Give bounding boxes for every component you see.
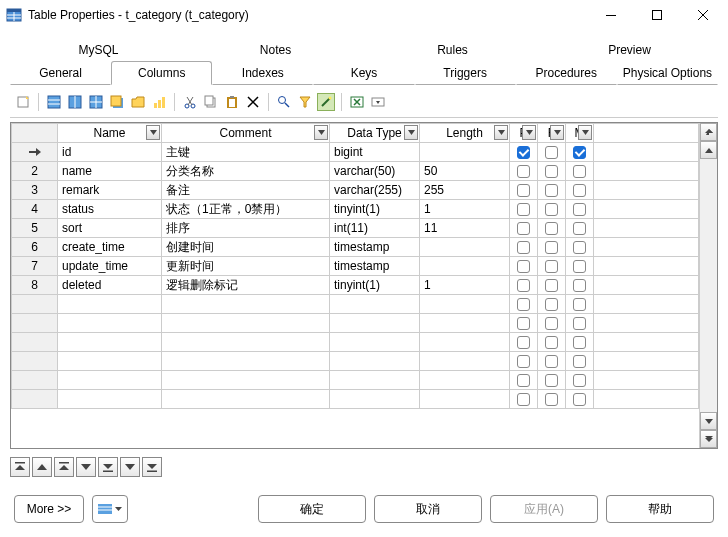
header-comment[interactable]: Comment [162,124,330,143]
grid1-icon[interactable] [45,93,63,111]
grid3-icon[interactable] [87,93,105,111]
tab-indexes[interactable]: Indexes [212,61,313,85]
table-row[interactable] [12,333,699,352]
scroll-up-icon[interactable] [700,141,717,159]
cell-comment[interactable]: 主键 [162,143,330,162]
checkbox[interactable] [545,241,558,254]
checkbox[interactable] [573,279,586,292]
checkbox[interactable] [573,393,586,406]
tab-procedures[interactable]: Procedures [516,61,617,85]
checkbox[interactable] [573,298,586,311]
cell-datatype[interactable]: varchar(255) [330,181,420,200]
cell-length[interactable]: 11 [420,219,510,238]
dropdown-icon[interactable] [494,125,508,140]
ok-button[interactable]: 确定 [258,495,366,523]
table-row[interactable]: 3remark备注varchar(255)255 [12,181,699,200]
table-row[interactable] [12,390,699,409]
checkbox[interactable] [573,203,586,216]
table-row[interactable] [12,314,699,333]
header-datatype[interactable]: Data Type [330,124,420,143]
checkbox[interactable] [573,222,586,235]
cell-comment[interactable]: 排序 [162,219,330,238]
cell-name[interactable]: status [58,200,162,219]
move-bottom2-button[interactable] [142,457,162,477]
table-row[interactable] [12,352,699,371]
copy-icon[interactable] [202,93,220,111]
close-button[interactable] [680,0,726,30]
grid2-icon[interactable] [66,93,84,111]
table-row[interactable]: 2name分类名称varchar(50)50 [12,162,699,181]
tab-general[interactable]: General [10,61,111,85]
cell-datatype[interactable]: tinyint(1) [330,200,420,219]
header-p[interactable]: P [510,124,538,143]
checkbox[interactable] [573,317,586,330]
checkbox[interactable] [545,222,558,235]
cancel-button[interactable]: 取消 [374,495,482,523]
cell-datatype[interactable]: timestamp [330,257,420,276]
tab-mysql[interactable]: MySQL [10,38,187,61]
checkbox[interactable] [573,355,586,368]
scroll-top-icon[interactable] [700,123,717,141]
minimize-button[interactable] [588,0,634,30]
help-button[interactable]: 帮助 [606,495,714,523]
table-row[interactable]: 6create_time创建时间timestamp [12,238,699,257]
table-row[interactable]: id主键bigint [12,143,699,162]
move-up-button[interactable] [32,457,52,477]
scroll-bottom-icon[interactable] [700,430,717,448]
checkbox[interactable] [573,146,586,159]
cell-comment[interactable]: 分类名称 [162,162,330,181]
dropdown-icon[interactable] [550,125,564,140]
table-row[interactable]: 8deleted逻辑删除标记tinyint(1)1 [12,276,699,295]
checkbox[interactable] [573,374,586,387]
cell-name[interactable]: sort [58,219,162,238]
cell-comment[interactable]: 状态（1正常，0禁用） [162,200,330,219]
checkbox[interactable] [517,165,530,178]
checkbox[interactable] [517,336,530,349]
move-top-button[interactable] [10,457,30,477]
cell-name[interactable]: create_time [58,238,162,257]
dropdown-icon[interactable] [369,93,387,111]
detail-button[interactable] [92,495,128,523]
table-row[interactable] [12,295,699,314]
checkbox[interactable] [545,336,558,349]
chart-icon[interactable] [150,93,168,111]
checkbox[interactable] [517,222,530,235]
copy-grid-icon[interactable] [108,93,126,111]
header-m[interactable]: M [566,124,594,143]
cell-datatype[interactable]: timestamp [330,238,420,257]
checkbox[interactable] [517,241,530,254]
checkbox[interactable] [517,374,530,387]
columns-grid[interactable]: NameCommentData TypeLengthPFM id主键bigint… [11,123,699,448]
cell-datatype[interactable]: int(11) [330,219,420,238]
maximize-button[interactable] [634,0,680,30]
dropdown-icon[interactable] [522,125,536,140]
paste-icon[interactable] [223,93,241,111]
header-length[interactable]: Length [420,124,510,143]
cell-length[interactable] [420,143,510,162]
checkbox[interactable] [517,317,530,330]
scroll-down-icon[interactable] [700,412,717,430]
cell-comment[interactable]: 备注 [162,181,330,200]
checkbox[interactable] [545,298,558,311]
table-row[interactable]: 4status状态（1正常，0禁用）tinyint(1)1 [12,200,699,219]
cell-datatype[interactable]: tinyint(1) [330,276,420,295]
wand-icon[interactable] [317,93,335,111]
tab-triggers[interactable]: Triggers [415,61,516,85]
tab-physical-options[interactable]: Physical Options [617,61,718,85]
dropdown-icon[interactable] [314,125,328,140]
dropdown-icon[interactable] [578,125,592,140]
checkbox[interactable] [545,374,558,387]
cell-comment[interactable]: 逻辑删除标记 [162,276,330,295]
tab-keys[interactable]: Keys [313,61,414,85]
cell-datatype[interactable]: bigint [330,143,420,162]
tab-notes[interactable]: Notes [187,38,364,61]
table-row[interactable]: 7update_time更新时间timestamp [12,257,699,276]
checkbox[interactable] [573,165,586,178]
cut-icon[interactable] [181,93,199,111]
checkbox[interactable] [573,336,586,349]
checkbox[interactable] [573,260,586,273]
folder-icon[interactable] [129,93,147,111]
table-row[interactable]: 5sort排序int(11)11 [12,219,699,238]
cell-comment[interactable]: 创建时间 [162,238,330,257]
cell-length[interactable]: 50 [420,162,510,181]
